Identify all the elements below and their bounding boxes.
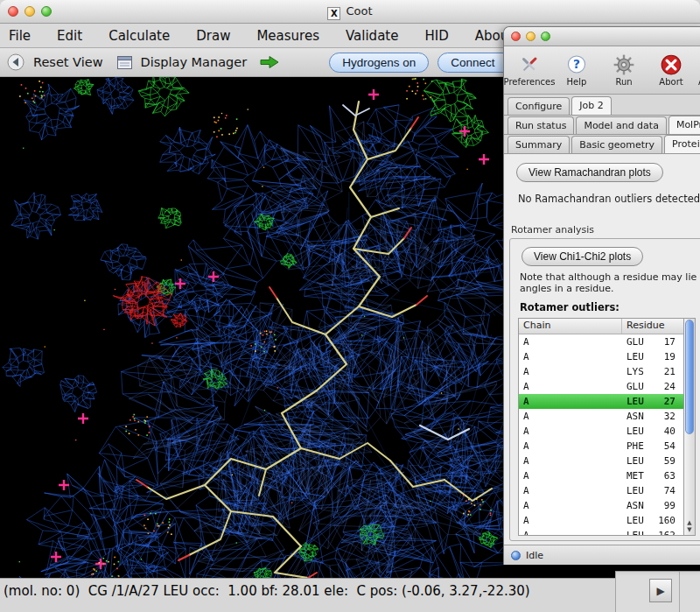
cell-residue: LEU74 — [622, 483, 683, 498]
tab-molprobity[interactable]: MolProbity — [668, 116, 700, 134]
table-body: AGLU17ALEU19ALYS21AGLU24ALEU27AASN32ALEU… — [519, 334, 683, 535]
view-chi1-chi2-plots-button[interactable]: View Chi1-Chi2 plots — [522, 247, 643, 266]
rotamer-note-line1: Note that although a residue may lie — [520, 271, 697, 283]
cell-chain: A — [519, 409, 622, 424]
reset-view-icon[interactable] — [7, 53, 24, 71]
residue-name: LEU — [626, 394, 660, 409]
scroll-up-icon[interactable]: ▲ — [687, 519, 691, 526]
cell-chain: A — [519, 454, 622, 468]
green-arrow-icon[interactable] — [259, 55, 280, 69]
menu-edit[interactable]: Edit — [44, 24, 95, 47]
table-row[interactable]: AMET63 — [519, 468, 683, 483]
svg-text:?: ? — [573, 57, 580, 71]
rotamer-analysis-label: Rotamer analysis — [511, 224, 700, 236]
menu-measures[interactable]: Measures — [243, 24, 332, 47]
abort-icon — [660, 53, 682, 76]
table-row[interactable]: ALEU74 — [519, 483, 683, 498]
validation-window-controls — [511, 32, 550, 41]
menu-draw[interactable]: Draw — [183, 24, 243, 47]
residue-number: 74 — [660, 483, 683, 498]
menu-file[interactable]: File — [0, 24, 44, 47]
cell-chain: A — [519, 349, 622, 364]
cell-residue: GLU17 — [622, 334, 683, 349]
help-icon: ? — [565, 53, 588, 76]
cell-chain: A — [519, 394, 622, 409]
tab-run-status[interactable]: Run status — [508, 116, 574, 134]
table-row[interactable]: ALEU40 — [519, 424, 683, 439]
validation-toolbar: Preferences?HelpRunAbortA — [504, 46, 700, 95]
cell-residue: GLU24 — [622, 379, 683, 394]
table-row[interactable]: AGLU17 — [519, 334, 683, 349]
view-ramachandran-plots-button[interactable]: View Ramachandran plots — [516, 163, 663, 182]
toolbar-run-button[interactable]: Run — [604, 53, 644, 87]
cell-chain: A — [519, 364, 622, 379]
rotamer-analysis-frame: View Chi1-Chi2 plots Note that although … — [509, 238, 700, 541]
cell-residue: LEU162 — [622, 528, 683, 535]
residue-number: 17 — [660, 334, 683, 349]
table-row[interactable]: ALEU59 — [519, 454, 683, 468]
residue-name: ASN — [626, 498, 660, 513]
rotamer-outliers-label: Rotamer outliers: — [520, 301, 697, 313]
scrollbar-thumb[interactable] — [685, 320, 694, 434]
toolbar-help-button[interactable]: ?Help — [556, 53, 597, 87]
cell-chain: A — [519, 424, 622, 439]
column-header-chain[interactable]: Chain — [519, 319, 622, 334]
tab-model-and-data[interactable]: Model and data — [576, 116, 667, 134]
minimize-icon[interactable] — [526, 32, 536, 41]
table-row[interactable]: ALEU19 — [519, 349, 683, 364]
tab-protein[interactable]: Protein — [664, 135, 700, 153]
zoom-icon[interactable] — [541, 32, 550, 41]
column-header-residue[interactable]: Residue — [622, 319, 683, 334]
residue-name: LEU — [626, 528, 658, 535]
screen: XCoot FileEditCalculateDrawMeasuresValid… — [0, 0, 700, 612]
table-row[interactable]: ALEU160 — [519, 513, 683, 528]
table-row[interactable]: ALYS21 — [519, 364, 683, 379]
right-arrow-icon: ▶ — [656, 585, 664, 597]
scroll-down-icon[interactable]: ▼ — [687, 526, 691, 533]
residue-number: 40 — [660, 424, 683, 439]
hydrogens-on-button[interactable]: Hydrogens on — [329, 53, 429, 73]
close-icon[interactable] — [511, 32, 521, 41]
tab-basic-geometry[interactable]: Basic geometry — [571, 136, 662, 153]
corner-divider — [679, 572, 680, 612]
table-scrollbar[interactable]: ▲▼ — [684, 318, 696, 536]
scroll-right-button[interactable]: ▶ — [649, 579, 672, 602]
atom-status-text: (mol. no: 0) CG /1/A/27 LEU occ: 1.00 bf… — [4, 583, 530, 599]
ramachandran-message: No Ramachandran outliers detected — [518, 193, 700, 205]
tab-summary[interactable]: Summary — [508, 136, 570, 153]
display-manager-button[interactable]: Display Manager — [141, 55, 248, 69]
tab-job-2[interactable]: Job 2 — [571, 96, 611, 115]
cell-residue: ASN32 — [622, 409, 683, 424]
cell-chain: A — [519, 498, 622, 513]
menu-validate[interactable]: Validate — [332, 24, 411, 47]
menu-hid[interactable]: HID — [411, 24, 461, 47]
toolbar-abort-button[interactable]: Abort — [651, 53, 691, 87]
validation-titlebar[interactable] — [504, 27, 700, 46]
cell-chain: A — [519, 439, 622, 454]
idle-icon — [511, 551, 521, 560]
residue-number: 32 — [660, 409, 683, 424]
display-manager-icon[interactable] — [117, 56, 132, 69]
menu-calculate[interactable]: Calculate — [95, 24, 183, 47]
table-row[interactable]: APHE54 — [519, 439, 683, 454]
reset-view-button[interactable]: Reset View — [33, 55, 103, 69]
cell-residue: ASN99 — [622, 498, 683, 513]
cell-chain: A — [519, 468, 622, 483]
tab-configure[interactable]: Configure — [508, 97, 570, 115]
cell-residue: LEU27 — [622, 394, 683, 409]
table-header: Chain Residue — [519, 319, 683, 334]
cell-residue: LEU160 — [622, 513, 683, 528]
table-row[interactable]: AASN32 — [519, 409, 683, 424]
residue-number: 162 — [658, 528, 683, 535]
gear-icon — [612, 53, 635, 76]
table-row[interactable]: ALEU162 — [519, 528, 683, 535]
table-row-selected[interactable]: ALEU27 — [519, 394, 683, 409]
table-row[interactable]: AASN99 — [519, 498, 683, 513]
cell-residue: PHE54 — [622, 439, 683, 454]
window-title-wrap: XCoot — [0, 4, 700, 20]
table-row[interactable]: AGLU24 — [519, 379, 683, 394]
tabs-summary-geometry-protein: SummaryBasic geometryProteinC — [504, 135, 700, 154]
toolbar-preferences-button[interactable]: Preferences — [509, 53, 550, 87]
residue-name: PHE — [626, 439, 660, 454]
main-titlebar[interactable]: XCoot — [0, 0, 700, 24]
